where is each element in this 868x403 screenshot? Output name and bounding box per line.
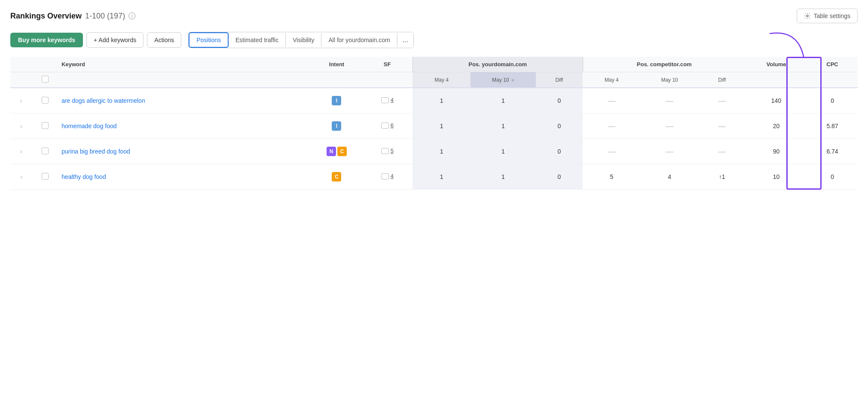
tab-visibility[interactable]: Visibility (286, 33, 321, 47)
row-diff-comp-3: — (698, 139, 745, 164)
th-sub-may4-comp[interactable]: May 4 (583, 72, 641, 88)
row-expand-3[interactable]: › (10, 139, 32, 164)
rankings-table: Keyword Intent SF Pos. yourdomain.com Po… (10, 57, 858, 190)
th-sf[interactable]: SF (362, 57, 413, 72)
row-diff-comp-2: — (698, 114, 745, 139)
header-row: Rankings Overview 1-100 (197) i Table se… (10, 9, 858, 23)
row-checkbox-4[interactable] (42, 173, 49, 180)
select-all-checkbox[interactable] (42, 76, 49, 83)
row-checkbox-2[interactable] (42, 122, 49, 129)
th-sub-may10-yours[interactable]: May 10 ≡ (471, 72, 536, 88)
row-volume-4: 10 (746, 164, 807, 190)
row-diff-yours-4: 0 (536, 164, 583, 190)
th-sub-may4-yours[interactable]: May 4 (413, 72, 471, 88)
table-settings-button[interactable]: Table settings (797, 9, 858, 23)
intent-badge-I-2: I (332, 121, 341, 131)
row-may4-comp-2: — (583, 114, 641, 139)
row-expand-2[interactable]: › (10, 114, 32, 139)
th-sub-may10-comp[interactable]: May 10 (641, 72, 699, 88)
row-expand-1[interactable]: › (10, 88, 32, 114)
th-sub-volume (746, 72, 807, 88)
tab-positions[interactable]: Positions (189, 32, 229, 48)
table-row: › healthy dog food C 4 1 (10, 164, 858, 190)
row-checkbox-3[interactable] (42, 148, 49, 154)
th-keyword[interactable]: Keyword (58, 57, 311, 72)
tab-all-for[interactable]: All for yourdomain.com (321, 33, 397, 47)
row-sf-4: 4 (362, 164, 413, 190)
th-volume[interactable]: Volume (746, 57, 807, 72)
page-title: Rankings Overview (10, 12, 82, 21)
title-area: Rankings Overview 1-100 (197) i (10, 12, 135, 21)
tab-estimated-traffic[interactable]: Estimated traffic (229, 33, 286, 47)
row-cpc-4: 0 (807, 164, 858, 190)
row-may4-yours-4: 1 (413, 164, 471, 190)
row-may10-yours-3: 1 (471, 139, 536, 164)
row-check-4[interactable] (32, 164, 58, 190)
row-keyword-3[interactable]: purina big breed dog food (58, 139, 311, 164)
sf-num-1: 4 (391, 97, 394, 103)
row-expand-4[interactable]: › (10, 164, 32, 190)
row-keyword-2[interactable]: homemade dog food (58, 114, 311, 139)
row-sf-1: 4 (362, 88, 413, 114)
row-intent-4: C (312, 164, 362, 190)
table-row: › purina big breed dog food N C (10, 139, 858, 164)
row-may4-comp-1: — (583, 88, 641, 114)
tab-more[interactable]: ... (397, 33, 413, 47)
add-keywords-button[interactable]: + Add keywords (86, 32, 144, 48)
row-intent-2: I (312, 114, 362, 139)
sf-icon-3: 5 (381, 148, 394, 154)
row-may10-yours-4: 1 (471, 164, 536, 190)
row-diff-yours-1: 0 (536, 88, 583, 114)
row-check-3[interactable] (32, 139, 58, 164)
table-row: › homemade dog food I 6 1 (10, 114, 858, 139)
row-volume-2: 20 (746, 114, 807, 139)
buy-keywords-button[interactable]: Buy more keywords (10, 33, 83, 47)
row-cpc-3: 6.74 (807, 139, 858, 164)
intent-badge-C-3: C (337, 147, 347, 156)
row-diff-yours-3: 0 (536, 139, 583, 164)
row-may10-comp-2: — (641, 114, 699, 139)
row-keyword-4[interactable]: healthy dog food (58, 164, 311, 190)
th-sub-diff-yours[interactable]: Diff (536, 72, 583, 88)
intent-badge-C-4: C (332, 172, 341, 182)
row-cpc-2: 5.87 (807, 114, 858, 139)
sf-icon-2: 6 (381, 122, 394, 129)
th-sub-sf (362, 72, 413, 88)
th-sub-expand (10, 72, 32, 88)
th-pos-comp: Pos. competitor.com (583, 57, 746, 72)
th-cpc[interactable]: CPC (807, 57, 858, 72)
info-icon[interactable]: i (128, 12, 135, 19)
sf-icon-1: 4 (381, 97, 394, 103)
row-may10-comp-4: 4 (641, 164, 699, 190)
camera-icon (381, 97, 389, 103)
table-header-sub: May 4 May 10 ≡ Diff May 4 May 10 (10, 72, 858, 88)
sf-num-4: 4 (391, 173, 394, 179)
row-check-2[interactable] (32, 114, 58, 139)
row-checkbox-1[interactable] (42, 97, 49, 104)
row-check-1[interactable] (32, 88, 58, 114)
th-sub-diff-comp[interactable]: Diff (698, 72, 745, 88)
camera-icon-3 (381, 148, 389, 154)
th-sub-keyword (58, 72, 311, 88)
table-settings-label: Table settings (813, 12, 850, 19)
row-may4-yours-1: 1 (413, 88, 471, 114)
svg-point-0 (807, 15, 808, 17)
th-sub-intent (312, 72, 362, 88)
camera-icon-2 (381, 123, 389, 129)
th-intent[interactable]: Intent (312, 57, 362, 72)
row-keyword-1[interactable]: are dogs allergic to watermelon (58, 88, 311, 114)
row-may10-comp-3: — (641, 139, 699, 164)
row-may4-yours-2: 1 (413, 114, 471, 139)
th-sub-check (32, 72, 58, 88)
row-intent-3: N C (312, 139, 362, 164)
actions-button[interactable]: Actions (147, 32, 181, 48)
row-volume-1: 140 (746, 88, 807, 114)
intent-badge-N: N (327, 147, 336, 156)
page-range: 1-100 (197) (85, 12, 125, 21)
row-diff-yours-2: 0 (536, 114, 583, 139)
row-may4-yours-3: 1 (413, 139, 471, 164)
row-diff-comp-1: — (698, 88, 745, 114)
table-header-top: Keyword Intent SF Pos. yourdomain.com Po… (10, 57, 858, 72)
intent-badge-I: I (332, 96, 341, 105)
row-may10-yours-1: 1 (471, 88, 536, 114)
